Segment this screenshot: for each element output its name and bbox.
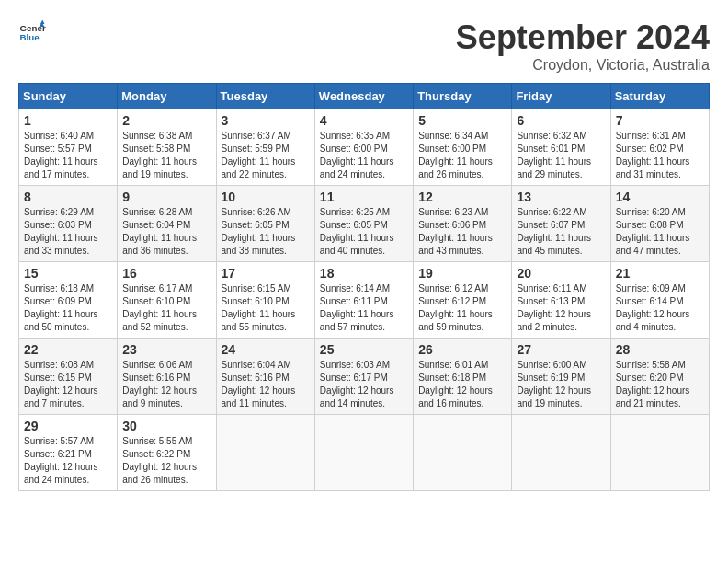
- day-info: Sunrise: 6:31 AMSunset: 6:02 PMDaylight:…: [616, 131, 690, 179]
- day-info: Sunrise: 6:00 AMSunset: 6:19 PMDaylight:…: [517, 360, 591, 408]
- col-saturday: Saturday: [610, 84, 709, 109]
- day-number: 14: [616, 190, 704, 204]
- day-info: Sunrise: 6:04 AMSunset: 6:16 PMDaylight:…: [222, 360, 296, 408]
- empty-cell: [512, 415, 610, 491]
- day-cell-9: 9Sunrise: 6:28 AMSunset: 6:04 PMDaylight…: [118, 186, 216, 262]
- day-number: 16: [122, 266, 210, 281]
- day-cell-23: 23Sunrise: 6:06 AMSunset: 6:16 PMDayligh…: [118, 339, 216, 415]
- day-cell-28: 28Sunrise: 5:58 AMSunset: 6:20 PMDayligh…: [610, 339, 709, 415]
- svg-marker-2: [40, 20, 45, 25]
- day-cell-12: 12Sunrise: 6:23 AMSunset: 6:06 PMDayligh…: [414, 186, 512, 262]
- day-info: Sunrise: 6:14 AMSunset: 6:11 PMDaylight:…: [320, 283, 394, 332]
- day-info: Sunrise: 6:35 AMSunset: 6:00 PMDaylight:…: [320, 131, 394, 179]
- col-sunday: Sunday: [19, 84, 118, 109]
- day-number: 17: [222, 266, 310, 281]
- day-info: Sunrise: 6:32 AMSunset: 6:01 PMDaylight:…: [517, 131, 591, 179]
- month-year-title: September 2024: [456, 18, 710, 57]
- day-number: 22: [24, 342, 112, 357]
- day-info: Sunrise: 6:22 AMSunset: 6:07 PMDaylight:…: [517, 207, 591, 256]
- day-cell-18: 18Sunrise: 6:14 AMSunset: 6:11 PMDayligh…: [314, 262, 413, 339]
- calendar-week-2: 8Sunrise: 6:29 AMSunset: 6:03 PMDaylight…: [19, 186, 710, 262]
- day-number: 24: [222, 342, 310, 357]
- day-cell-15: 15Sunrise: 6:18 AMSunset: 6:09 PMDayligh…: [19, 262, 118, 339]
- day-cell-6: 6Sunrise: 6:32 AMSunset: 6:01 PMDaylight…: [512, 109, 610, 186]
- empty-cell: [314, 415, 413, 491]
- day-number: 12: [418, 190, 506, 204]
- day-info: Sunrise: 6:34 AMSunset: 6:00 PMDaylight:…: [418, 131, 493, 179]
- calendar-week-3: 15Sunrise: 6:18 AMSunset: 6:09 PMDayligh…: [19, 262, 710, 339]
- day-number: 26: [418, 342, 506, 357]
- day-info: Sunrise: 6:26 AMSunset: 6:05 PMDaylight:…: [222, 207, 296, 256]
- day-cell-26: 26Sunrise: 6:01 AMSunset: 6:18 PMDayligh…: [414, 339, 512, 415]
- day-cell-13: 13Sunrise: 6:22 AMSunset: 6:07 PMDayligh…: [512, 186, 610, 262]
- day-info: Sunrise: 6:25 AMSunset: 6:05 PMDaylight:…: [320, 207, 394, 256]
- logo-icon: General Blue: [18, 18, 46, 46]
- svg-text:Blue: Blue: [20, 32, 40, 42]
- day-cell-21: 21Sunrise: 6:09 AMSunset: 6:14 PMDayligh…: [610, 262, 709, 339]
- day-info: Sunrise: 6:28 AMSunset: 6:04 PMDaylight:…: [122, 207, 197, 256]
- day-info: Sunrise: 6:15 AMSunset: 6:10 PMDaylight:…: [222, 283, 296, 332]
- day-info: Sunrise: 6:01 AMSunset: 6:18 PMDaylight:…: [418, 360, 493, 408]
- page-header: General Blue September 2024 Croydon, Vic…: [18, 18, 710, 74]
- day-number: 19: [418, 266, 506, 281]
- day-cell-17: 17Sunrise: 6:15 AMSunset: 6:10 PMDayligh…: [216, 262, 314, 339]
- day-number: 18: [320, 266, 408, 281]
- day-cell-19: 19Sunrise: 6:12 AMSunset: 6:12 PMDayligh…: [414, 262, 512, 339]
- col-wednesday: Wednesday: [314, 84, 413, 109]
- day-info: Sunrise: 6:29 AMSunset: 6:03 PMDaylight:…: [24, 207, 98, 256]
- day-info: Sunrise: 6:20 AMSunset: 6:08 PMDaylight:…: [616, 207, 690, 256]
- day-number: 4: [320, 113, 408, 128]
- day-cell-27: 27Sunrise: 6:00 AMSunset: 6:19 PMDayligh…: [512, 339, 610, 415]
- day-cell-22: 22Sunrise: 6:08 AMSunset: 6:15 PMDayligh…: [19, 339, 118, 415]
- calendar-week-1: 1Sunrise: 6:40 AMSunset: 5:57 PMDaylight…: [19, 109, 710, 186]
- empty-cell: [216, 415, 314, 491]
- day-info: Sunrise: 6:18 AMSunset: 6:09 PMDaylight:…: [24, 283, 98, 332]
- day-number: 8: [24, 190, 112, 204]
- day-cell-1: 1Sunrise: 6:40 AMSunset: 5:57 PMDaylight…: [19, 109, 118, 186]
- day-cell-11: 11Sunrise: 6:25 AMSunset: 6:05 PMDayligh…: [314, 186, 413, 262]
- day-info: Sunrise: 6:40 AMSunset: 5:57 PMDaylight:…: [24, 131, 98, 179]
- day-number: 2: [122, 113, 210, 128]
- day-info: Sunrise: 6:38 AMSunset: 5:58 PMDaylight:…: [122, 131, 197, 179]
- day-info: Sunrise: 6:09 AMSunset: 6:14 PMDaylight:…: [616, 283, 690, 332]
- calendar-week-4: 22Sunrise: 6:08 AMSunset: 6:15 PMDayligh…: [19, 339, 710, 415]
- day-number: 1: [24, 113, 112, 128]
- day-number: 21: [616, 266, 704, 281]
- day-cell-16: 16Sunrise: 6:17 AMSunset: 6:10 PMDayligh…: [118, 262, 216, 339]
- day-cell-4: 4Sunrise: 6:35 AMSunset: 6:00 PMDaylight…: [314, 109, 413, 186]
- day-number: 29: [24, 419, 112, 433]
- day-number: 20: [517, 266, 605, 281]
- day-info: Sunrise: 6:08 AMSunset: 6:15 PMDaylight:…: [24, 360, 98, 408]
- day-cell-20: 20Sunrise: 6:11 AMSunset: 6:13 PMDayligh…: [512, 262, 610, 339]
- day-number: 15: [24, 266, 112, 281]
- day-number: 13: [517, 190, 605, 204]
- day-number: 3: [222, 113, 310, 128]
- day-cell-10: 10Sunrise: 6:26 AMSunset: 6:05 PMDayligh…: [216, 186, 314, 262]
- col-thursday: Thursday: [414, 84, 512, 109]
- day-info: Sunrise: 5:55 AMSunset: 6:22 PMDaylight:…: [122, 436, 197, 485]
- empty-cell: [414, 415, 512, 491]
- day-number: 23: [122, 342, 210, 357]
- calendar-week-5: 29Sunrise: 5:57 AMSunset: 6:21 PMDayligh…: [19, 415, 710, 491]
- day-info: Sunrise: 6:37 AMSunset: 5:59 PMDaylight:…: [222, 131, 296, 179]
- col-monday: Monday: [118, 84, 216, 109]
- calendar-table: Sunday Monday Tuesday Wednesday Thursday…: [18, 83, 710, 491]
- day-number: 27: [517, 342, 605, 357]
- day-number: 28: [616, 342, 704, 357]
- day-cell-14: 14Sunrise: 6:20 AMSunset: 6:08 PMDayligh…: [610, 186, 709, 262]
- day-cell-2: 2Sunrise: 6:38 AMSunset: 5:58 PMDaylight…: [118, 109, 216, 186]
- day-cell-5: 5Sunrise: 6:34 AMSunset: 6:00 PMDaylight…: [414, 109, 512, 186]
- day-number: 7: [616, 113, 704, 128]
- day-info: Sunrise: 5:57 AMSunset: 6:21 PMDaylight:…: [24, 436, 98, 485]
- day-cell-7: 7Sunrise: 6:31 AMSunset: 6:02 PMDaylight…: [610, 109, 709, 186]
- header-row: Sunday Monday Tuesday Wednesday Thursday…: [19, 84, 710, 109]
- day-info: Sunrise: 6:03 AMSunset: 6:17 PMDaylight:…: [320, 360, 394, 408]
- day-number: 11: [320, 190, 408, 204]
- day-info: Sunrise: 5:58 AMSunset: 6:20 PMDaylight:…: [616, 360, 690, 408]
- day-number: 6: [517, 113, 605, 128]
- day-number: 9: [122, 190, 210, 204]
- day-info: Sunrise: 6:12 AMSunset: 6:12 PMDaylight:…: [418, 283, 493, 332]
- day-cell-30: 30Sunrise: 5:55 AMSunset: 6:22 PMDayligh…: [118, 415, 216, 491]
- day-cell-29: 29Sunrise: 5:57 AMSunset: 6:21 PMDayligh…: [19, 415, 118, 491]
- day-cell-3: 3Sunrise: 6:37 AMSunset: 5:59 PMDaylight…: [216, 109, 314, 186]
